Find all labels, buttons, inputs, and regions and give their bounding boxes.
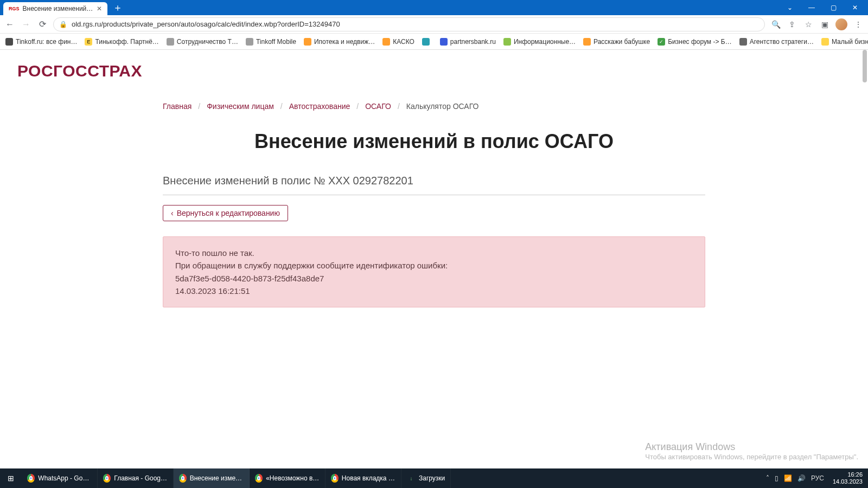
- bookmark-favicon: [821, 38, 829, 46]
- taskbar-left: ⊞ WhatsApp - Googl…Главная - Google …Вне…: [0, 468, 451, 488]
- clock-time: 16:26: [833, 471, 863, 478]
- system-tray: ˄ ▯ 📶 🔊 РУС 16:26 14.03.2023: [766, 468, 868, 488]
- bookmark-item[interactable]: Сотрудничество Т…: [167, 38, 238, 46]
- taskbar-item[interactable]: «Невозможно вне…: [250, 468, 326, 488]
- volume-icon[interactable]: 🔊: [797, 474, 806, 482]
- bookmark-label: Малый бизнес: биз…: [832, 38, 868, 46]
- window-close-icon[interactable]: ✕: [845, 2, 865, 14]
- forward-icon[interactable]: →: [21, 20, 31, 29]
- bookmark-label: Агентство стратеги…: [750, 38, 814, 46]
- window-controls: ⌄ — ▢ ✕: [780, 2, 868, 14]
- windows-activation-watermark: Активация Windows Чтобы активировать Win…: [645, 441, 858, 461]
- main-content: Главная/Физическим лицам/Автострахование…: [163, 102, 705, 307]
- bookmark-label: Информационные…: [514, 38, 576, 46]
- share-icon[interactable]: ⇪: [787, 20, 797, 29]
- bookmark-label: Бизнес форум -> Б…: [668, 38, 731, 46]
- tab-title: Внесение изменений в полис О: [23, 5, 93, 12]
- bookmark-favicon: [382, 38, 390, 46]
- profile-avatar[interactable]: [835, 18, 847, 30]
- window-settings-icon[interactable]: ⌄: [780, 2, 800, 14]
- vertical-scrollbar[interactable]: [860, 50, 868, 468]
- breadcrumb-link[interactable]: Физическим лицам: [207, 102, 274, 111]
- tab-close-icon[interactable]: ✕: [97, 5, 102, 12]
- scrollbar-thumb[interactable]: [863, 50, 867, 82]
- breadcrumb-separator: /: [198, 102, 200, 111]
- wifi-icon[interactable]: 📶: [784, 474, 792, 482]
- taskbar-item[interactable]: Новая вкладка - G…: [326, 468, 401, 488]
- bookmark-item[interactable]: ✓Бизнес форум -> Б…: [658, 38, 731, 46]
- taskbar-item[interactable]: WhatsApp - Googl…: [22, 468, 98, 488]
- search-icon[interactable]: 🔍: [770, 20, 781, 29]
- bookmark-item[interactable]: Tinkoff Mobile: [246, 38, 296, 46]
- bookmark-item[interactable]: Tinkoff.ru: все фин…: [5, 38, 77, 46]
- brand-logo[interactable]: РОСГОССТРАХ: [0, 50, 868, 80]
- bookmark-favicon: [739, 38, 747, 46]
- new-tab-button[interactable]: ＋: [113, 1, 123, 14]
- menu-icon[interactable]: ⋮: [853, 20, 864, 29]
- error-alert: Что-то пошло не так. При обращении в слу…: [163, 236, 705, 307]
- chevron-left-icon: ‹: [171, 209, 174, 217]
- bookmark-favicon: [5, 38, 13, 46]
- bookmark-item[interactable]: Малый бизнес: биз…: [821, 38, 868, 46]
- address-bar[interactable]: 🔒 old.rgs.ru/products/private_person/aut…: [53, 17, 765, 31]
- browser-tab-active[interactable]: RGS Внесение изменений в полис О ✕: [3, 2, 107, 15]
- bookmark-label: Ипотека и недвиж…: [314, 38, 375, 46]
- back-icon[interactable]: ←: [4, 20, 15, 29]
- policy-subheading: Внесение изменений в полис № XXX 0292782…: [163, 175, 705, 195]
- tab-strip: RGS Внесение изменений в полис О ✕ ＋: [0, 0, 123, 15]
- alert-error-id: 5da7f3e5-d058-4420-b873-f25df43a8de7: [175, 272, 693, 285]
- page-title: Внесение изменений в полис ОСАГО: [163, 130, 705, 153]
- back-to-edit-button[interactable]: ‹ Вернуться к редактированию: [163, 205, 288, 221]
- start-button[interactable]: ⊞: [0, 468, 22, 488]
- taskbar-item-label: Внесение изменен…: [190, 474, 244, 482]
- bookmark-item[interactable]: [422, 38, 432, 46]
- bookmark-favicon: ✓: [658, 38, 665, 46]
- window-minimize-icon[interactable]: —: [802, 2, 821, 14]
- bookmark-label: Сотрудничество Т…: [177, 38, 238, 46]
- window-maximize-icon[interactable]: ▢: [824, 2, 843, 14]
- bookmark-item[interactable]: ЕТинькофф. Партнё…: [85, 38, 158, 46]
- clock-date: 14.03.2023: [833, 478, 863, 485]
- breadcrumb-link[interactable]: Автострахование: [289, 102, 350, 111]
- lock-icon: 🔒: [59, 21, 67, 28]
- breadcrumb-current: Калькулятор ОСАГО: [406, 102, 479, 111]
- breadcrumb-separator: /: [356, 102, 359, 111]
- breadcrumb-separator: /: [280, 102, 283, 111]
- bookmark-favicon: [503, 38, 511, 46]
- bookmark-favicon: [246, 38, 253, 46]
- bookmark-item[interactable]: partnersbank.ru: [440, 38, 496, 46]
- taskbar-item-label: «Невозможно вне…: [266, 474, 320, 482]
- bookmark-favicon: [304, 38, 311, 46]
- star-icon[interactable]: ☆: [803, 20, 814, 29]
- bookmark-label: partnersbank.ru: [450, 38, 496, 46]
- battery-icon[interactable]: ▯: [775, 474, 778, 482]
- taskbar-item[interactable]: Внесение изменен…: [174, 468, 250, 488]
- chrome-icon: [103, 474, 111, 483]
- bookmark-item[interactable]: КАСКО: [382, 38, 414, 46]
- chrome-icon: [179, 474, 187, 483]
- tab-favicon: RGS: [9, 6, 20, 11]
- bookmark-label: Тинькофф. Партнё…: [95, 38, 158, 46]
- input-lang[interactable]: РУС: [811, 474, 824, 482]
- breadcrumb-link[interactable]: ОСАГО: [365, 102, 391, 111]
- browser-titlebar: RGS Внесение изменений в полис О ✕ ＋ ⌄ —…: [0, 0, 868, 15]
- extensions-icon[interactable]: ▣: [819, 20, 830, 29]
- taskbar-item[interactable]: Главная - Google …: [98, 468, 174, 488]
- watermark-title: Активация Windows: [645, 441, 858, 453]
- bookmark-favicon: [583, 38, 591, 46]
- bookmark-item[interactable]: Агентство стратеги…: [739, 38, 814, 46]
- taskbar-clock[interactable]: 16:26 14.03.2023: [829, 471, 863, 485]
- taskbar-item[interactable]: ↓Загрузки: [401, 468, 451, 488]
- bookmarks-bar: Tinkoff.ru: все фин…ЕТинькофф. Партнё…Со…: [0, 34, 868, 50]
- tray-chevron-icon[interactable]: ˄: [766, 474, 769, 482]
- breadcrumb-link[interactable]: Главная: [163, 102, 192, 111]
- bookmark-item[interactable]: Информационные…: [503, 38, 576, 46]
- taskbar-item-label: Главная - Google …: [114, 474, 168, 482]
- browser-toolbar: ← → ⟳ 🔒 old.rgs.ru/products/private_pers…: [0, 15, 868, 34]
- chrome-icon: [255, 474, 263, 483]
- reload-icon[interactable]: ⟳: [37, 19, 48, 29]
- bookmark-item[interactable]: Ипотека и недвиж…: [304, 38, 375, 46]
- bookmark-item[interactable]: Расскажи бабушке: [583, 38, 650, 46]
- bookmark-label: КАСКО: [393, 38, 414, 46]
- breadcrumb: Главная/Физическим лицам/Автострахование…: [163, 102, 705, 111]
